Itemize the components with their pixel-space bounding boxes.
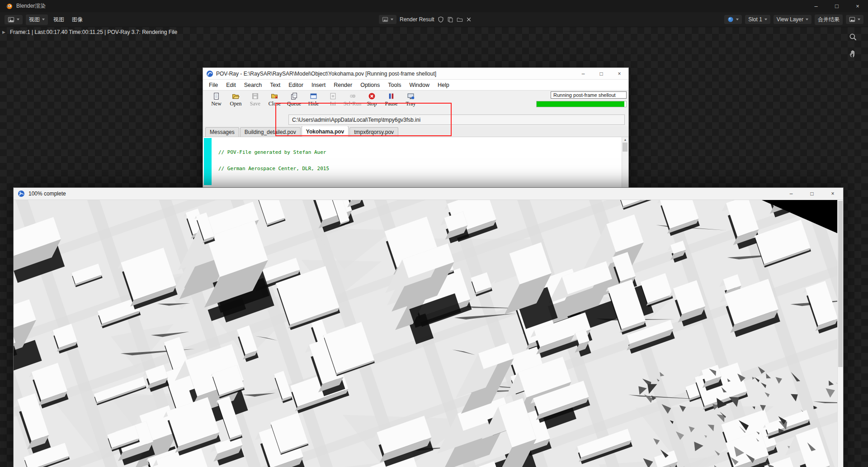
code-line: // POV-File generated by Stefan Auer [218,150,413,155]
menu-editor[interactable]: Editor [284,81,307,89]
render-app-icon [18,190,25,197]
povray-toolbar: New Open Save Close Queue Hide [203,91,628,113]
close-button[interactable]: × [822,188,843,200]
render-scroll-thumb[interactable] [838,201,843,367]
minimize-button[interactable]: – [781,188,802,200]
menu-file[interactable]: File [205,81,222,89]
minimize-button[interactable]: – [574,68,592,79]
povray-menubar: File Edit Search Text Editor Insert Rend… [203,80,628,91]
region-expand-arrow-icon[interactable]: ▶ [2,30,5,34]
toolbar-label: Save [250,100,260,107]
menu-text[interactable]: Text [266,81,284,89]
toolbar-queue-button[interactable]: Queue [284,91,304,107]
tab-tmp-pov[interactable]: tmpx6rqorsy.pov [349,127,398,137]
menu-edit[interactable]: Edit [222,81,240,89]
view-layer-label: View Layer [777,16,803,23]
close-icon: × [856,3,859,10]
chevron-down-icon [736,19,739,20]
toolbar-new-button[interactable]: New [207,91,226,107]
zoom-tool-icon[interactable] [849,33,857,43]
minimize-icon: – [582,71,585,77]
toolbar-label: Sel-Run [344,100,361,107]
image-browse-dropdown[interactable] [379,15,396,24]
fake-user-shield-icon[interactable] [438,16,444,23]
sel-run-gears-icon [349,92,356,100]
minimize-button[interactable]: – [806,0,826,12]
editor-type-dropdown[interactable] [5,15,23,24]
toolbar-tray-button[interactable]: Tray [401,91,420,107]
close-button[interactable]: × [610,68,628,79]
render-scrollbar[interactable] [837,200,843,467]
unlink-x-icon[interactable] [466,17,472,22]
merge-result-button[interactable]: 合并结果 [815,14,843,25]
render-status-text: Frame:1 | Last:00:17.40 Time:00:11.25 | … [10,29,177,35]
povray-window-title: POV-Ray - E:\RaySAR\RaySAR\Model\Object\… [216,71,436,77]
merge-result-label: 合并结果 [818,16,840,24]
display-channel-dropdown[interactable] [724,15,742,24]
pan-hand-icon[interactable] [849,49,857,60]
blender-titlebar[interactable]: Blender渲染 – □ × [0,0,868,12]
toolbar-selrun-button[interactable]: Sel-Run [343,91,362,107]
shellout-status-label: Running post-frame shellout [551,91,627,99]
povray-titlebar[interactable]: POV-Ray - E:\RaySAR\RaySAR\Model\Object\… [203,68,628,80]
toolbar-stop-button[interactable]: Stop [362,91,382,107]
ini-path-field[interactable] [288,114,625,125]
tab-messages[interactable]: Messages [205,127,239,137]
render-window-content [14,200,843,467]
tab-building-detailed[interactable]: Building_detailed.pov [240,127,301,137]
toolbar-label: Open [230,100,242,107]
maximize-button[interactable]: □ [826,0,847,12]
render-progressbar [536,101,627,107]
toolbar-ini-button[interactable]: Ini [323,91,343,107]
menu-tools[interactable]: Tools [384,81,405,89]
window-title: Blender渲染 [16,2,46,10]
chevron-down-icon [391,19,393,20]
menu-insert[interactable]: Insert [307,81,330,89]
code-marker [204,138,212,185]
menu-help[interactable]: Help [434,81,453,89]
maximize-button[interactable]: □ [592,68,610,79]
folder-icon[interactable] [457,16,463,23]
toolbar-open-button[interactable]: Open [226,91,245,107]
editor-scroll-thumb[interactable] [623,143,627,152]
maximize-icon: □ [810,191,813,197]
view-layer-dropdown[interactable]: View Layer [774,15,811,24]
menu-options[interactable]: Options [356,81,384,89]
close-file-icon [271,92,278,100]
image-editor-icon [8,16,14,23]
copy-icon[interactable] [447,16,453,23]
toolbar-label: Hide [308,100,319,107]
image-name[interactable]: Render Result [400,16,434,23]
slot-dropdown[interactable]: Slot 1 [745,15,770,24]
maximize-button[interactable]: □ [802,188,822,200]
menu-search[interactable]: Search [240,81,266,89]
toolbar-save-button[interactable]: Save [245,91,265,107]
menu-window[interactable]: Window [405,81,433,89]
render-window-titlebar[interactable]: 100% complete – □ × [14,188,843,200]
tray-icon [407,92,415,100]
toolbar-label: Ini [330,100,336,107]
image-settings-dropdown[interactable] [846,15,863,24]
blender-logo-icon [5,3,13,10]
chevron-down-icon [858,19,860,20]
povray-window: POV-Ray - E:\RaySAR\RaySAR\Model\Object\… [203,67,629,203]
scroll-up-icon[interactable]: ▲ [624,138,627,141]
toolbar-pause-button[interactable]: Pause [382,91,401,107]
toolbar-hide-button[interactable]: Hide [304,91,323,107]
mode-dropdown[interactable]: 视图 [26,14,48,25]
hide-window-icon [310,92,317,100]
toolbar-close-button[interactable]: Close [265,91,284,107]
toolbar-label: Close [269,100,281,107]
close-button[interactable]: × [847,0,868,12]
menu-render[interactable]: Render [330,81,356,89]
tab-yokohama[interactable]: Yokohama.pov [302,126,349,137]
queue-icon [290,92,298,100]
save-floppy-icon [251,92,259,100]
close-icon: × [618,71,621,77]
maximize-icon: □ [599,71,603,77]
menu-view[interactable]: 视图 [51,14,66,25]
new-file-icon [212,92,220,100]
maximize-icon: □ [835,3,839,10]
stop-icon [368,92,376,100]
menu-image[interactable]: 图像 [70,14,85,25]
